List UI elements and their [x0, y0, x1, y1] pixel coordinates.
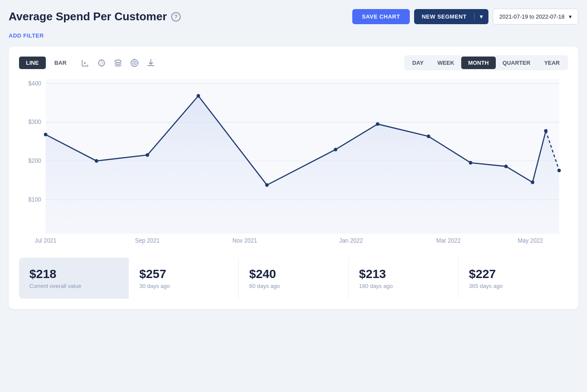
svg-point-11	[134, 62, 135, 63]
stat-365days: $227 365 days ago	[459, 258, 568, 299]
target-icon-button[interactable]	[130, 58, 139, 68]
time-period-group: DAY WEEK MONTH QUARTER YEAR	[404, 55, 568, 70]
svg-point-8	[115, 60, 121, 63]
stat-60days: $240 60 days ago	[239, 258, 348, 299]
svg-text:$300: $300	[29, 119, 41, 125]
svg-text:Jul 2021: Jul 2021	[35, 237, 56, 244]
clock-icon-button[interactable]	[97, 58, 106, 68]
svg-point-33	[469, 161, 472, 164]
stat-label-180: 180 days ago	[359, 283, 448, 289]
month-button[interactable]: MONTH	[461, 57, 496, 69]
chart-area: $400 $300 $200 $100	[19, 79, 568, 247]
bar-chart-button[interactable]: BAR	[48, 57, 73, 69]
new-segment-button[interactable]: NEW SEGMENT ▾	[414, 9, 488, 24]
svg-text:May 2022: May 2022	[518, 237, 543, 244]
download-icon	[146, 58, 156, 68]
svg-point-35	[531, 180, 534, 184]
svg-point-5	[100, 62, 103, 64]
svg-point-34	[504, 164, 508, 168]
svg-text:Mar 2022: Mar 2022	[436, 237, 460, 244]
quarter-button[interactable]: QUARTER	[496, 57, 537, 69]
clock-icon	[97, 58, 106, 68]
date-chevron-icon: ▾	[569, 13, 572, 20]
axes-icon	[80, 58, 90, 68]
stat-current: $218 Current overall value	[19, 258, 129, 299]
stat-label-current: Current overall value	[29, 283, 118, 289]
svg-point-29	[265, 183, 268, 187]
day-button[interactable]: DAY	[405, 57, 431, 69]
chart-icon-group	[80, 58, 156, 68]
stats-row: $218 Current overall value $257 30 days …	[19, 258, 568, 299]
page-container: Average Spend Per Customer ? SAVE CHART …	[9, 9, 578, 309]
help-icon[interactable]: ?	[171, 12, 181, 22]
stat-value-current: $218	[29, 267, 118, 281]
download-icon-button[interactable]	[146, 58, 156, 68]
svg-text:$400: $400	[29, 80, 41, 87]
svg-point-30	[334, 148, 337, 151]
svg-point-37	[557, 169, 561, 172]
date-range-text: 2021-07-19 to 2022-07-18	[499, 13, 565, 20]
stat-value-180: $213	[359, 267, 448, 281]
chart-svg: $400 $300 $200 $100	[19, 79, 568, 247]
stat-value-365: $227	[469, 267, 558, 281]
add-filter-button[interactable]: ADD FILTER	[9, 32, 578, 39]
header: Average Spend Per Customer ? SAVE CHART …	[9, 9, 578, 25]
svg-text:Jan 2022: Jan 2022	[339, 237, 363, 244]
week-button[interactable]: WEEK	[431, 57, 461, 69]
stack-icon-button[interactable]	[113, 58, 123, 68]
svg-text:Nov 2021: Nov 2021	[233, 237, 257, 244]
new-segment-label: NEW SEGMENT	[414, 13, 475, 20]
save-chart-button[interactable]: SAVE CHART	[352, 9, 410, 24]
header-actions: SAVE CHART NEW SEGMENT ▾ 2021-07-19 to 2…	[352, 9, 578, 25]
chart-type-group: LINE BAR	[19, 57, 73, 69]
svg-point-26	[95, 159, 98, 163]
svg-point-28	[197, 94, 200, 98]
page-title: Average Spend Per Customer	[9, 10, 167, 23]
stat-30days: $257 30 days ago	[129, 258, 239, 299]
svg-point-25	[44, 133, 47, 136]
year-button[interactable]: YEAR	[537, 57, 567, 69]
title-area: Average Spend Per Customer ?	[9, 10, 181, 23]
target-icon	[130, 58, 139, 68]
stat-180days: $213 180 days ago	[349, 258, 459, 299]
svg-point-4	[99, 60, 105, 66]
svg-point-31	[376, 122, 380, 126]
date-range-button[interactable]: 2021-07-19 to 2022-07-18 ▾	[493, 9, 578, 25]
stack-icon	[113, 58, 123, 68]
svg-text:$100: $100	[29, 196, 41, 202]
stat-label-365: 365 days ago	[469, 283, 558, 289]
line-chart-button[interactable]: LINE	[19, 57, 46, 69]
svg-text:$200: $200	[29, 158, 41, 164]
axes-icon-button[interactable]	[80, 58, 90, 68]
chart-toolbar: LINE BAR	[19, 55, 568, 70]
left-toolbar: LINE BAR	[19, 57, 156, 69]
svg-point-32	[427, 135, 430, 138]
svg-point-36	[544, 129, 548, 133]
stat-value-30: $257	[139, 267, 228, 281]
stat-label-60: 60 days ago	[249, 283, 338, 289]
svg-point-2	[84, 62, 86, 64]
segment-chevron-icon[interactable]: ▾	[474, 13, 488, 20]
chart-card: LINE BAR	[9, 47, 578, 309]
stat-label-30: 30 days ago	[139, 283, 228, 289]
svg-point-27	[146, 153, 149, 157]
stat-value-60: $240	[249, 267, 338, 281]
svg-text:Sep 2021: Sep 2021	[135, 237, 160, 244]
